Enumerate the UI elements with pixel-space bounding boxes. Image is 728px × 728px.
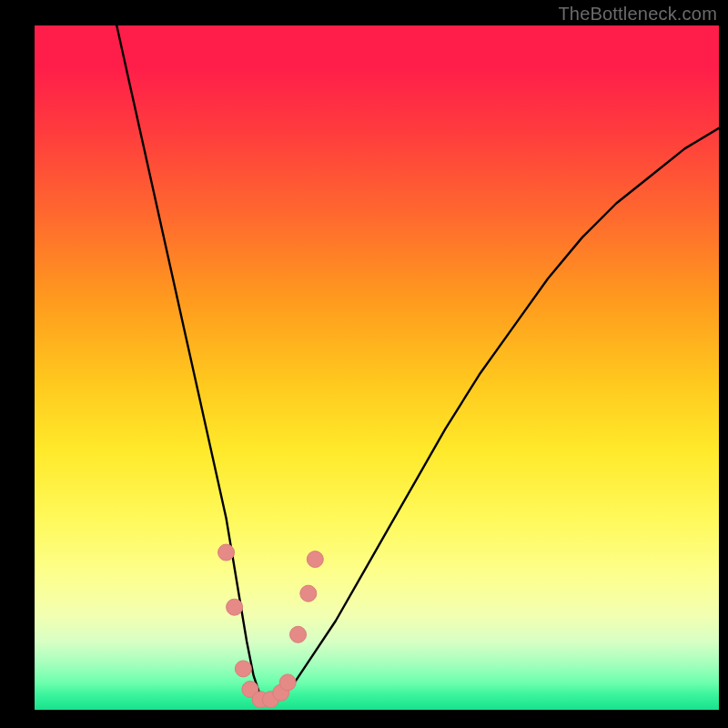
plot-area <box>35 25 719 710</box>
curve-marker <box>307 551 323 568</box>
watermark-text: TheBottleneck.com <box>558 4 717 25</box>
curve-marker <box>279 674 296 691</box>
curve-marker <box>300 585 317 602</box>
curve-layer <box>35 25 719 710</box>
curve-marker <box>227 599 243 615</box>
curve-marker <box>218 544 235 561</box>
curve-marker <box>290 626 307 642</box>
chart-frame: TheBottleneck.com <box>0 0 728 728</box>
curve-marker <box>235 661 251 677</box>
bottleneck-curve <box>116 25 719 703</box>
